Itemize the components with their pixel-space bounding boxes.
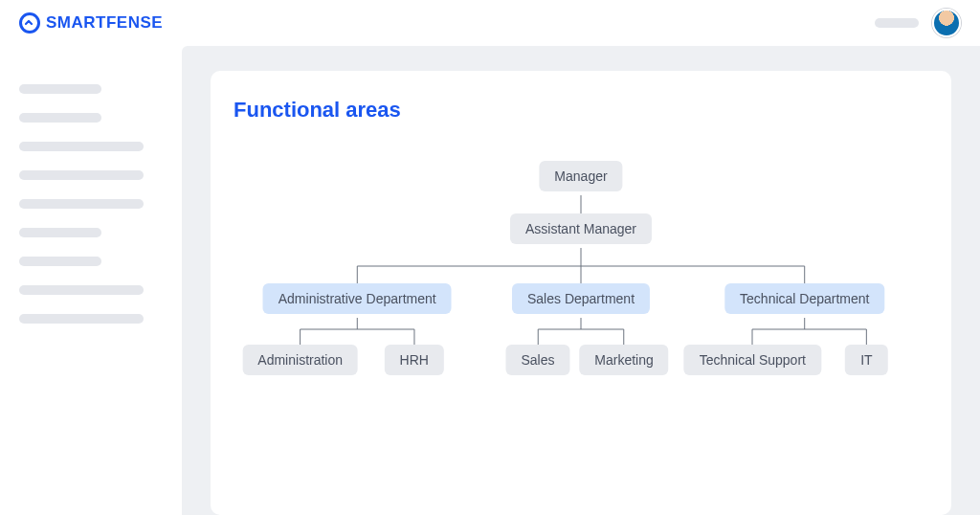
layout: Functional areas — [0, 46, 980, 515]
org-node-marketing[interactable]: Marketing — [579, 345, 668, 375]
node-label: Sales Department — [527, 291, 635, 306]
org-node-administration[interactable]: Administration — [242, 345, 358, 375]
content-card: Functional areas — [211, 71, 951, 515]
node-label: Manager — [554, 168, 607, 184]
node-label: Technical Department — [740, 291, 869, 306]
topbar: SMARTFENSE — [0, 0, 980, 46]
node-label: Technical Support — [700, 352, 806, 368]
avatar[interactable] — [932, 9, 961, 37]
topbar-right — [875, 9, 961, 37]
org-node-manager[interactable]: Manager — [539, 161, 622, 191]
sidebar — [0, 46, 182, 515]
topbar-placeholder — [875, 18, 919, 28]
org-node-sales[interactable]: Sales — [505, 345, 569, 375]
node-label: IT — [860, 352, 872, 368]
sidebar-item[interactable] — [19, 84, 101, 94]
main: Functional areas — [182, 46, 980, 515]
brand-name: SMARTFENSE — [46, 13, 163, 33]
sidebar-item[interactable] — [19, 285, 144, 295]
org-node-it[interactable]: IT — [845, 345, 887, 375]
sidebar-item[interactable] — [19, 170, 144, 180]
sidebar-item[interactable] — [19, 142, 144, 151]
org-node-tech-dept[interactable]: Technical Department — [724, 283, 884, 314]
node-label: Administration — [257, 352, 343, 368]
brand-icon — [19, 12, 40, 34]
node-label: HRH — [400, 352, 429, 368]
node-label: Assistant Manager — [525, 221, 636, 236]
org-node-tech-support[interactable]: Technical Support — [684, 345, 821, 375]
org-node-hrh[interactable]: HRH — [385, 345, 444, 375]
node-label: Marketing — [594, 352, 653, 368]
sidebar-item[interactable] — [19, 199, 144, 209]
node-label: Sales — [521, 352, 554, 368]
sidebar-item[interactable] — [19, 113, 101, 123]
sidebar-item[interactable] — [19, 314, 144, 324]
org-node-assistant-manager[interactable]: Assistant Manager — [510, 213, 652, 244]
brand-logo[interactable]: SMARTFENSE — [19, 12, 163, 34]
org-node-sales-dept[interactable]: Sales Department — [512, 283, 650, 314]
org-node-admin-dept[interactable]: Administrative Department — [263, 283, 452, 314]
node-label: Administrative Department — [278, 291, 436, 306]
page-title: Functional areas — [234, 98, 928, 123]
sidebar-item[interactable] — [19, 257, 101, 266]
sidebar-item[interactable] — [19, 228, 101, 237]
org-chart: Manager Assistant Manager Administrative… — [234, 161, 928, 448]
